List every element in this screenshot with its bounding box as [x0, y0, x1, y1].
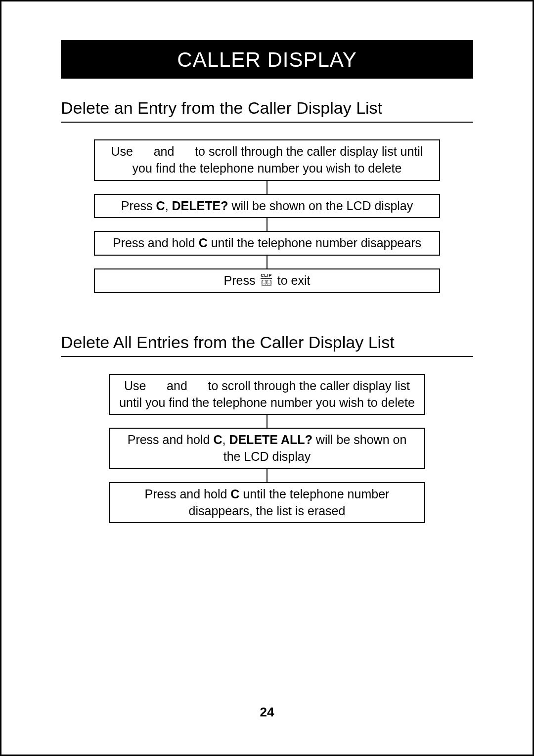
- gap: [136, 144, 150, 158]
- text: Press and hold: [113, 236, 199, 250]
- text: Press: [223, 273, 259, 287]
- key-c: C: [156, 199, 165, 213]
- flow-connector: [267, 181, 267, 194]
- flowchart-delete-entry: Use and to scroll through the caller dis…: [61, 139, 473, 293]
- section-heading-delete-entry: Delete an Entry from the Caller Display …: [61, 98, 473, 123]
- flow-connector: [267, 415, 267, 428]
- text: ,: [165, 199, 172, 213]
- clip-icon-label: CLIP: [261, 273, 272, 279]
- page-number: 24: [1, 705, 533, 720]
- text: and: [150, 144, 178, 158]
- flowchart-delete-all: Use and to scroll through the caller dis…: [61, 374, 473, 524]
- section-heading-delete-all: Delete All Entries from the Caller Displ…: [61, 333, 473, 357]
- text: Use: [124, 379, 149, 393]
- text: Press and hold: [145, 487, 231, 501]
- step-scroll: Use and to scroll through the caller dis…: [109, 374, 425, 415]
- key-c: C: [230, 487, 239, 501]
- step-hold-c: Press and hold C until the telephone num…: [94, 231, 440, 256]
- text: Press: [121, 199, 156, 213]
- book-icon: [262, 279, 271, 287]
- key-c: C: [199, 236, 208, 250]
- page-title-banner: CALLER DISPLAY: [61, 40, 473, 79]
- key-c: C: [213, 433, 222, 446]
- step-scroll: Use and to scroll through the caller dis…: [94, 139, 440, 181]
- text: ,: [222, 433, 229, 446]
- step-press-clip-exit: Press CLIP to exit: [94, 268, 440, 293]
- gap: [178, 144, 191, 158]
- flow-connector: [267, 218, 267, 231]
- lcd-delete-prompt: DELETE?: [172, 199, 228, 213]
- step-hold-c-erase: Press and hold C until the telephone num…: [109, 482, 425, 524]
- flow-connector: [267, 256, 267, 268]
- text: will be shown on the LCD display: [228, 199, 413, 213]
- text: to exit: [277, 273, 311, 287]
- gap: [191, 379, 205, 393]
- text: Use: [111, 144, 136, 158]
- gap: [149, 379, 163, 393]
- step-hold-c-delete-all: Press and hold C, DELETE ALL? will be sh…: [109, 428, 425, 469]
- text: until the telephone number disappears: [208, 236, 421, 250]
- clip-icon: CLIP: [261, 273, 272, 287]
- manual-page: CALLER DISPLAY Delete an Entry from the …: [0, 0, 534, 756]
- text: and: [163, 379, 191, 393]
- step-press-c-delete: Press C, DELETE? will be shown on the LC…: [94, 194, 440, 219]
- text: Press and hold: [128, 433, 214, 446]
- lcd-delete-all-prompt: DELETE ALL?: [229, 433, 312, 446]
- flow-connector: [267, 469, 267, 482]
